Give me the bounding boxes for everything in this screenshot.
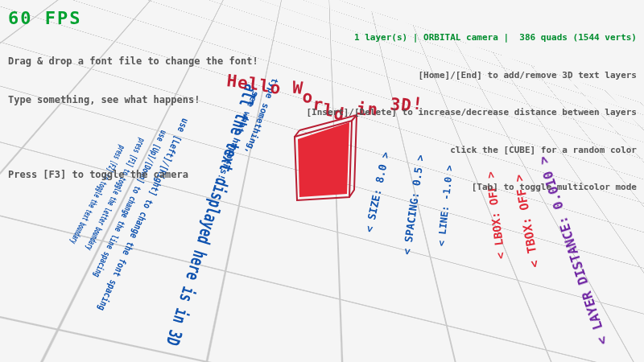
text-draw-3d-demo-window: { "colors": { "background": "#f5f5f5", "… (0, 0, 644, 362)
help-cube-random-color: click the [CUBE] for a random color (306, 144, 637, 157)
help-right-block: 1 layer(s) | ORBITAL camera | 386 quads … (306, 6, 637, 206)
help-layer-distance-keys: [Insert]/[Delete] to increase/decrease d… (306, 106, 637, 119)
fps-counter: 60 FPS (8, 8, 81, 28)
help-toggle-camera: Press [F3] to toggle the camera (8, 168, 258, 181)
help-add-remove-layers: [Home]/[End] to add/remove 3D text layer… (306, 69, 637, 82)
help-drag-drop-font: Drag & drop a font file to change the fo… (8, 55, 258, 68)
help-left-block: Drag & drop a font file to change the fo… (8, 29, 258, 194)
help-left-spacer (8, 132, 258, 142)
help-multicolor-mode: [Tab] to toggle multicolor mode (306, 181, 637, 194)
help-type-something: Type something, see what happens! (8, 93, 258, 106)
status-line: 1 layer(s) | ORBITAL camera | 386 quads … (306, 31, 637, 44)
